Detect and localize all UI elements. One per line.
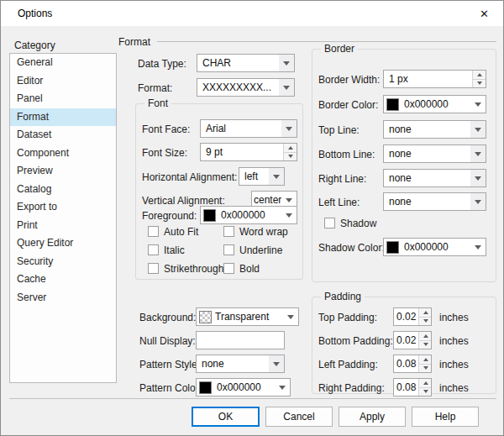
border-width-spinner[interactable]: 1 px xyxy=(383,70,486,88)
format-value: XXXXXXXXX... xyxy=(197,81,279,93)
apply-button[interactable]: Apply xyxy=(339,407,406,427)
chevron-down-icon xyxy=(283,308,298,325)
horizontal-alignment-select[interactable]: left xyxy=(239,167,285,186)
pattern-style-label: Pattern Style: xyxy=(139,359,200,370)
bottom-line-label: Bottom Line: xyxy=(318,149,375,160)
sidebar-item-security[interactable]: Security xyxy=(10,253,116,271)
sidebar-item-format[interactable]: Format xyxy=(10,108,116,127)
font-size-value: 9 pt xyxy=(201,146,283,158)
pattern-style-select[interactable]: none xyxy=(196,355,285,373)
close-icon[interactable]: ✕ xyxy=(465,1,503,26)
chevron-down-icon xyxy=(279,55,294,71)
spin-up-icon[interactable] xyxy=(473,71,486,80)
null-display-input[interactable] xyxy=(202,334,279,346)
top-padding-spinner[interactable]: 0.02 xyxy=(393,307,432,326)
left-padding-unit: inches xyxy=(439,359,469,370)
cancel-button[interactable]: Cancel xyxy=(265,407,333,427)
sidebar-item-panel[interactable]: Panel xyxy=(10,90,116,108)
border-width-label: Border Width: xyxy=(318,74,380,86)
left-padding-spinner[interactable]: 0.08 xyxy=(393,355,432,373)
sidebar-item-cache[interactable]: Cache xyxy=(10,271,116,289)
font-face-select[interactable]: Arial xyxy=(200,119,297,138)
sidebar-item-dataset[interactable]: Dataset xyxy=(10,126,116,144)
bottom-line-value: none xyxy=(384,148,470,160)
background-value: Transparent xyxy=(212,311,283,323)
strikethrough-checkbox[interactable] xyxy=(148,263,159,274)
spin-up-icon[interactable] xyxy=(419,355,432,365)
pattern-color-select[interactable]: 0x000000 xyxy=(196,378,291,397)
left-padding-label: Left Padding: xyxy=(318,359,378,370)
right-padding-unit: inches xyxy=(439,382,469,394)
null-display-field[interactable] xyxy=(196,331,285,349)
right-line-select[interactable]: none xyxy=(383,169,486,187)
padding-group-title: Padding xyxy=(321,291,365,302)
border-color-select[interactable]: 0x000000 xyxy=(383,95,486,113)
sidebar-item-print[interactable]: Print xyxy=(10,217,116,235)
top-line-label: Top Line: xyxy=(318,124,360,136)
left-line-select[interactable]: none xyxy=(383,192,486,211)
window-title: Options xyxy=(1,8,52,19)
top-padding-value: 0.02 xyxy=(394,311,418,323)
data-type-value: CHAR xyxy=(197,57,279,69)
word-wrap-checkbox[interactable] xyxy=(223,226,234,237)
shadow-checkbox[interactable] xyxy=(324,218,335,229)
spin-up-icon[interactable] xyxy=(419,379,432,388)
chevron-down-icon xyxy=(470,96,486,113)
spin-down-icon[interactable] xyxy=(419,388,432,397)
sidebar-item-server[interactable]: Server xyxy=(10,289,116,307)
vertical-alignment-value: center xyxy=(252,194,281,206)
auto-fit-checkbox[interactable] xyxy=(148,226,159,237)
section-divider xyxy=(157,41,496,42)
shadow-color-select[interactable]: 0x000000 xyxy=(383,238,486,256)
top-line-value: none xyxy=(384,123,470,135)
chevron-down-icon xyxy=(470,121,486,138)
italic-checkbox[interactable] xyxy=(148,244,159,255)
background-select[interactable]: Transparent xyxy=(196,307,299,326)
sidebar-item-preview[interactable]: Preview xyxy=(10,162,116,181)
right-padding-label: Right Padding: xyxy=(318,382,385,394)
bold-checkbox[interactable] xyxy=(223,263,234,274)
right-padding-spinner[interactable]: 0.08 xyxy=(393,378,432,397)
background-label: Background: xyxy=(139,312,196,323)
format-label: Format: xyxy=(138,82,172,94)
auto-fit-label: Auto Fit xyxy=(164,226,198,238)
sidebar-item-general[interactable]: General xyxy=(10,54,116,72)
bottom-line-select[interactable]: none xyxy=(383,144,486,163)
top-padding-label: Top Padding: xyxy=(318,312,377,323)
data-type-select[interactable]: CHAR xyxy=(197,54,295,72)
sidebar-item-export-to[interactable]: Export to xyxy=(10,198,116,217)
sidebar-item-query-editor[interactable]: Query Editor xyxy=(10,234,116,253)
section-title: Format xyxy=(118,36,150,48)
spin-down-icon[interactable] xyxy=(419,341,432,349)
spin-down-icon[interactable] xyxy=(419,365,432,373)
border-color-swatch xyxy=(386,98,399,111)
shadow-color-label: Shadow Color: xyxy=(318,242,385,254)
border-width-value: 1 px xyxy=(384,73,472,85)
chevron-down-icon xyxy=(275,379,290,396)
bottom-padding-unit: inches xyxy=(439,335,469,347)
pattern-color-swatch xyxy=(199,381,212,394)
font-size-spinner[interactable]: 9 pt xyxy=(200,143,297,161)
underline-checkbox[interactable] xyxy=(223,244,234,255)
foreground-color-select[interactable]: 0x000000 xyxy=(200,206,297,224)
spin-up-icon[interactable] xyxy=(419,308,432,318)
spin-down-icon[interactable] xyxy=(473,80,486,88)
spin-up-icon[interactable] xyxy=(419,332,432,341)
sidebar-item-component[interactable]: Component xyxy=(10,144,116,163)
top-padding-unit: inches xyxy=(439,312,469,323)
spin-up-icon[interactable] xyxy=(284,144,297,153)
ok-button[interactable]: OK xyxy=(192,407,260,427)
strikethrough-label: Strikethrough xyxy=(164,263,223,275)
category-list: General Editor Panel Format Dataset Comp… xyxy=(9,53,117,383)
sidebar-item-catalog[interactable]: Catalog xyxy=(10,181,116,199)
format-select[interactable]: XXXXXXXXX... xyxy=(197,78,295,97)
sidebar-item-editor[interactable]: Editor xyxy=(10,72,116,91)
chevron-down-icon xyxy=(470,193,486,210)
italic-label: Italic xyxy=(164,244,185,256)
top-line-select[interactable]: none xyxy=(383,120,486,139)
help-button[interactable]: Help xyxy=(412,407,479,427)
titlebar: Options xyxy=(1,1,503,26)
spin-down-icon[interactable] xyxy=(284,153,297,161)
spin-down-icon[interactable] xyxy=(419,318,432,326)
bottom-padding-spinner[interactable]: 0.02 xyxy=(393,331,432,349)
